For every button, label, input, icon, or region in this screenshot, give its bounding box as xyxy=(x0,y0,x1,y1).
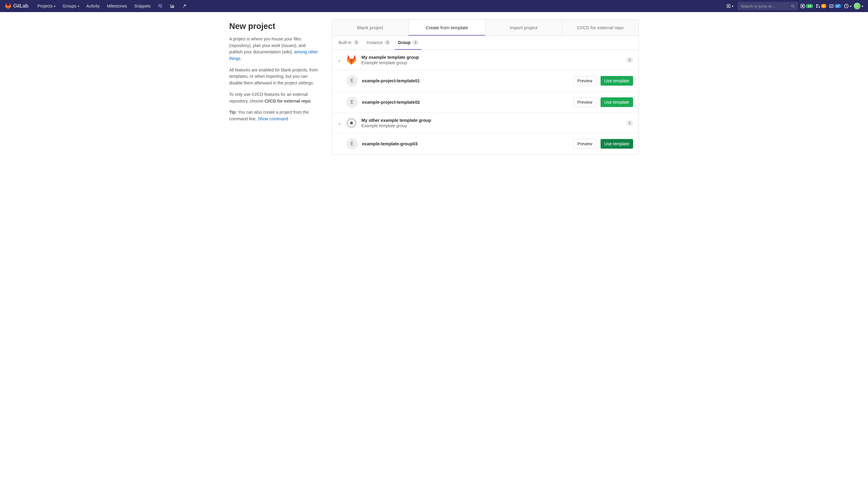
group-name: My example template group xyxy=(362,55,622,60)
description-para-2: All features are enabled for blank proje… xyxy=(229,67,319,87)
description-para-1: A project is where you house your files … xyxy=(229,36,319,62)
count-pill: 3 xyxy=(353,40,360,45)
preview-button[interactable]: Preview xyxy=(574,139,596,149)
todo-badge: 17 xyxy=(834,4,841,8)
group-avatar xyxy=(346,117,357,129)
svg-point-6 xyxy=(816,7,817,8)
nav-projects[interactable]: Projects▾ xyxy=(34,2,58,10)
show-command-link[interactable]: Show command xyxy=(258,116,288,121)
svg-text:?: ? xyxy=(845,4,847,7)
nav-milestones[interactable]: Milestones xyxy=(104,2,130,10)
preview-button[interactable]: Preview xyxy=(574,76,596,86)
use-template-button[interactable]: Use template xyxy=(600,76,633,86)
group-avatar xyxy=(346,54,357,66)
main-content: New project A project is where you house… xyxy=(217,12,651,162)
content-panel-col: Blank project Create from template Impor… xyxy=(332,19,639,155)
project-panel: Blank project Create from template Impor… xyxy=(332,19,639,155)
sidebar-description: New project A project is where you house… xyxy=(229,19,319,155)
page-title: New project xyxy=(229,22,319,31)
chevron-down-icon: ▾ xyxy=(862,4,863,8)
subtab-group[interactable]: Group 3 xyxy=(395,36,422,50)
group-info: My other example template group Example … xyxy=(362,118,622,128)
navbar-left: GitLab Projects▾ Groups▾ Activity Milest… xyxy=(5,2,190,10)
template-avatar: E xyxy=(346,75,358,87)
issues-badge: 14 xyxy=(806,4,813,8)
nav-groups[interactable]: Groups▾ xyxy=(60,2,82,10)
todo-counter[interactable]: 17 xyxy=(829,4,841,8)
group-row: ⌄ My example template group Example temp… xyxy=(332,50,639,70)
chevron-down-icon: ▾ xyxy=(78,4,79,8)
wrench-icon[interactable] xyxy=(179,2,190,10)
brand-text: GitLab xyxy=(13,3,28,9)
description-para-3: To only use CI/CD features for an extern… xyxy=(229,91,319,104)
main-tabs: Blank project Create from template Impor… xyxy=(332,20,639,36)
top-navbar: GitLab Projects▾ Groups▾ Activity Milest… xyxy=(0,0,868,12)
avatar xyxy=(854,3,861,9)
tab-blank-project[interactable]: Blank project xyxy=(332,20,409,35)
nav-activity[interactable]: Activity xyxy=(84,2,103,10)
tab-import-project[interactable]: Import project xyxy=(486,20,562,35)
subtab-built-in[interactable]: Built-in 3 xyxy=(336,36,362,50)
svg-rect-4 xyxy=(802,5,804,7)
group-info: My example template group Example templa… xyxy=(362,55,622,65)
navbar-right: ▾ 14 6 17 ? ▾ ▾ xyxy=(725,2,863,10)
chevron-down-icon[interactable]: ⌄ xyxy=(337,58,342,62)
group-count-badge: 1 xyxy=(626,120,633,126)
gitlab-logo[interactable]: GitLab xyxy=(5,3,28,9)
group-count-badge: 2 xyxy=(626,57,633,63)
template-name: example-template-group03 xyxy=(362,141,569,146)
subtab-instance[interactable]: Instance 0 xyxy=(364,36,394,50)
issues-counter[interactable]: 14 xyxy=(800,4,813,8)
template-name: example-project-template01 xyxy=(362,78,569,83)
preview-button[interactable]: Preview xyxy=(574,97,596,107)
template-row: E example-template-group03 Preview Use t… xyxy=(332,133,639,154)
chevron-down-icon: ▾ xyxy=(54,4,55,8)
svg-point-7 xyxy=(818,7,820,8)
plus-button[interactable]: ▾ xyxy=(725,3,735,9)
search-input[interactable] xyxy=(741,4,791,8)
svg-point-12 xyxy=(350,121,353,124)
use-template-button[interactable]: Use template xyxy=(600,139,633,149)
count-pill: 3 xyxy=(412,40,418,45)
group-description: Example template group xyxy=(362,123,622,128)
template-row: E example-project-template01 Preview Use… xyxy=(332,70,639,92)
help-button[interactable]: ? ▾ xyxy=(844,4,851,8)
description-para-4: Tip: You can also create a project from … xyxy=(229,109,319,122)
gitlab-logo-icon xyxy=(5,3,11,9)
chart-icon[interactable] xyxy=(167,2,178,10)
group-description: Example template group xyxy=(362,60,622,65)
chevron-down-icon: ▾ xyxy=(732,4,733,8)
search-icon xyxy=(791,4,795,8)
user-menu[interactable]: ▾ xyxy=(854,3,863,9)
mr-counter[interactable]: 6 xyxy=(815,4,827,8)
group-name: My other example template group xyxy=(362,118,622,123)
group-row: ⌄ My other example template group Exampl… xyxy=(332,113,639,133)
mr-badge: 6 xyxy=(821,4,827,8)
gauge-icon[interactable] xyxy=(155,2,166,10)
template-row: E example-project-template02 Preview Use… xyxy=(332,92,639,113)
chevron-down-icon: ▾ xyxy=(850,4,851,8)
template-name: example-project-template02 xyxy=(362,100,569,105)
search-box[interactable] xyxy=(738,2,798,10)
svg-point-2 xyxy=(792,5,794,7)
chevron-down-icon[interactable]: ⌄ xyxy=(337,121,342,125)
template-avatar: E xyxy=(346,96,358,108)
count-pill: 0 xyxy=(384,40,391,45)
template-sub-tabs: Built-in 3 Instance 0 Group 3 xyxy=(332,36,639,50)
template-avatar: E xyxy=(346,138,358,149)
svg-point-0 xyxy=(160,6,161,7)
use-template-button[interactable]: Use template xyxy=(600,97,633,107)
tab-cicd-external[interactable]: CI/CD for external repo xyxy=(562,20,639,35)
nav-snippets[interactable]: Snippets xyxy=(131,2,154,10)
tab-create-from-template[interactable]: Create from template xyxy=(409,20,486,35)
